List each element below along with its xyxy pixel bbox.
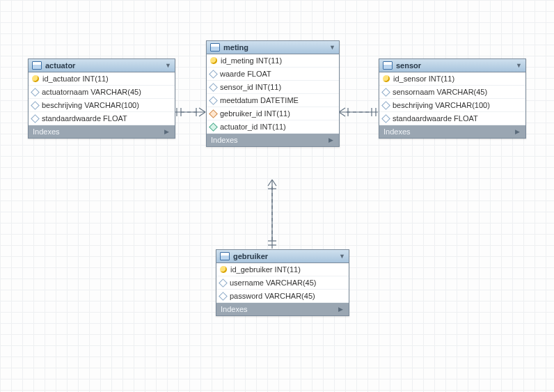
svg-line-10 bbox=[339, 112, 345, 116]
diamond-icon bbox=[209, 96, 218, 105]
column-type: INT(11) bbox=[256, 56, 282, 65]
column-row[interactable]: id_meting INT(11) bbox=[207, 54, 339, 68]
table-title: meting bbox=[223, 43, 248, 52]
table-title: sensor bbox=[396, 61, 421, 70]
indexes-label: Indexes bbox=[383, 127, 411, 136]
chevron-down-icon[interactable]: ▼ bbox=[329, 44, 335, 51]
table-icon bbox=[383, 61, 393, 70]
column-name: actuator_id bbox=[220, 123, 258, 131]
diamond-icon bbox=[31, 88, 40, 97]
column-type: INT(11) bbox=[275, 265, 301, 274]
column-row[interactable]: beschrijving VARCHAR(100) bbox=[379, 99, 525, 112]
column-row[interactable]: waarde FLOAT bbox=[207, 68, 339, 81]
table-meting[interactable]: meting ▼ id_meting INT(11) waarde FLOAT … bbox=[206, 40, 340, 147]
column-row[interactable]: standaardwaarde FLOAT bbox=[379, 112, 525, 125]
svg-line-17 bbox=[272, 180, 276, 186]
indexes-section[interactable]: Indexes▶ bbox=[207, 134, 339, 146]
column-type: INT(11) bbox=[264, 109, 290, 118]
indexes-label: Indexes bbox=[33, 127, 60, 136]
column-name: id_actuator bbox=[42, 75, 80, 83]
diamond-icon bbox=[381, 114, 390, 123]
column-row[interactable]: password VARCHAR(45) bbox=[216, 290, 349, 303]
table-icon bbox=[220, 252, 230, 260]
table-actuator[interactable]: actuator ▼ id_actuator INT(11) actuatorn… bbox=[28, 58, 175, 139]
diamond-icon bbox=[209, 83, 218, 92]
column-row[interactable]: standaardwaarde FLOAT bbox=[29, 112, 175, 125]
erd-canvas[interactable]: actuator ▼ id_actuator INT(11) actuatorn… bbox=[0, 0, 554, 392]
key-icon bbox=[32, 75, 39, 82]
column-type: FLOAT bbox=[103, 114, 127, 123]
column-type: INT(11) bbox=[429, 75, 454, 83]
indexes-section[interactable]: Indexes▶ bbox=[29, 125, 175, 138]
column-row[interactable]: id_gebruiker INT(11) bbox=[216, 263, 349, 276]
column-type: FLOAT bbox=[247, 70, 271, 78]
svg-line-16 bbox=[268, 180, 272, 186]
column-name: username bbox=[230, 279, 264, 287]
column-name: beschrijving bbox=[393, 101, 433, 109]
key-icon bbox=[220, 266, 227, 273]
column-name: sensornaam bbox=[393, 88, 435, 96]
diamond-icon bbox=[209, 123, 218, 132]
column-type: VARCHAR(100) bbox=[435, 101, 490, 109]
indexes-section[interactable]: Indexes▶ bbox=[379, 125, 525, 138]
table-title: gebruiker bbox=[233, 252, 268, 260]
column-row[interactable]: sensor_id INT(11) bbox=[207, 81, 339, 94]
key-icon bbox=[383, 75, 390, 82]
column-name: id_sensor bbox=[393, 75, 427, 83]
table-header[interactable]: gebruiker ▼ bbox=[216, 250, 349, 263]
table-icon bbox=[32, 61, 42, 70]
table-gebruiker[interactable]: gebruiker ▼ id_gebruiker INT(11) usernam… bbox=[216, 249, 349, 316]
column-type: VARCHAR(45) bbox=[264, 292, 315, 300]
column-name: waarde bbox=[220, 70, 245, 78]
column-name: id_meting bbox=[221, 56, 254, 65]
column-name: gebruiker_id bbox=[220, 109, 262, 118]
column-row[interactable]: id_sensor INT(11) bbox=[379, 72, 525, 86]
column-row[interactable]: actuator_id INT(11) bbox=[207, 120, 339, 134]
diamond-icon bbox=[381, 88, 390, 97]
column-row[interactable]: sensornaam VARCHAR(45) bbox=[379, 86, 525, 99]
svg-line-4 bbox=[199, 108, 205, 112]
diamond-icon bbox=[381, 101, 390, 110]
svg-line-9 bbox=[339, 108, 345, 112]
column-type: FLOAT bbox=[454, 114, 478, 123]
chevron-right-icon: ▶ bbox=[515, 128, 520, 135]
column-row[interactable]: beschrijving VARCHAR(100) bbox=[29, 99, 175, 112]
indexes-label: Indexes bbox=[221, 305, 248, 313]
table-icon bbox=[210, 43, 220, 52]
chevron-right-icon: ▶ bbox=[338, 306, 343, 313]
diamond-icon bbox=[219, 292, 228, 301]
column-name: standaardwaarde bbox=[393, 114, 452, 123]
column-type: INT(11) bbox=[255, 83, 281, 91]
diamond-icon bbox=[209, 109, 218, 118]
table-header[interactable]: meting ▼ bbox=[207, 41, 339, 54]
column-row[interactable]: username VARCHAR(45) bbox=[216, 276, 349, 290]
chevron-down-icon[interactable]: ▼ bbox=[516, 62, 522, 69]
column-name: sensor_id bbox=[220, 83, 253, 91]
diamond-icon bbox=[31, 101, 40, 110]
column-row[interactable]: actuatornaam VARCHAR(45) bbox=[29, 86, 175, 99]
column-type: INT(11) bbox=[260, 123, 286, 131]
table-title: actuator bbox=[45, 61, 75, 70]
indexes-section[interactable]: Indexes▶ bbox=[216, 303, 349, 315]
column-name: actuatornaam bbox=[42, 88, 88, 96]
table-header[interactable]: sensor ▼ bbox=[379, 59, 525, 72]
table-header[interactable]: actuator ▼ bbox=[29, 59, 175, 72]
column-name: beschrijving bbox=[42, 101, 82, 109]
column-name: meetdatum bbox=[220, 96, 258, 104]
chevron-right-icon: ▶ bbox=[164, 128, 169, 135]
column-name: id_gebruiker bbox=[230, 265, 273, 274]
table-sensor[interactable]: sensor ▼ id_sensor INT(11) sensornaam VA… bbox=[379, 58, 526, 139]
chevron-down-icon[interactable]: ▼ bbox=[165, 62, 171, 69]
column-row[interactable]: meetdatum DATETIME bbox=[207, 94, 339, 107]
chevron-right-icon: ▶ bbox=[329, 136, 333, 143]
svg-line-5 bbox=[199, 112, 205, 116]
diamond-icon bbox=[209, 70, 218, 79]
key-icon bbox=[210, 57, 217, 64]
column-type: VARCHAR(45) bbox=[266, 279, 317, 287]
column-type: DATETIME bbox=[260, 96, 299, 104]
column-row[interactable]: id_actuator INT(11) bbox=[29, 72, 175, 86]
column-row[interactable]: gebruiker_id INT(11) bbox=[207, 107, 339, 120]
indexes-label: Indexes bbox=[211, 136, 238, 144]
chevron-down-icon[interactable]: ▼ bbox=[339, 253, 345, 260]
column-type: VARCHAR(45) bbox=[437, 88, 488, 96]
